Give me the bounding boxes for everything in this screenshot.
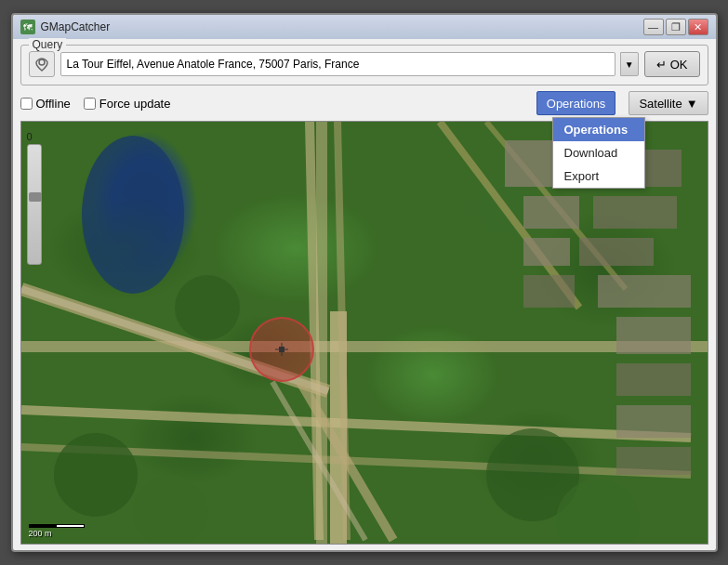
ok-arrow-icon: ↵: [656, 58, 667, 72]
search-input[interactable]: [60, 52, 615, 76]
svg-rect-18: [523, 275, 575, 308]
svg-point-23: [82, 136, 184, 294]
svg-line-6: [338, 122, 347, 540]
main-content: Query ▼ ↵ OK Offline: [13, 39, 716, 550]
svg-line-5: [310, 122, 319, 540]
svg-point-0: [39, 59, 45, 65]
svg-rect-17: [598, 275, 691, 308]
svg-rect-15: [523, 238, 570, 266]
app-icon: 🗺: [20, 20, 35, 34]
zoom-level: 0: [27, 131, 42, 142]
zoom-control: 0: [27, 131, 42, 265]
svg-rect-14: [593, 196, 677, 229]
close-button[interactable]: ✕: [688, 19, 708, 35]
force-update-label: Force update: [99, 97, 171, 111]
svg-rect-22: [616, 447, 691, 475]
satellite-arrow-icon: ▼: [686, 97, 698, 111]
scale-line: [29, 524, 85, 528]
zoom-handle[interactable]: [29, 192, 42, 202]
scale-label: 200 m: [29, 529, 85, 538]
svg-point-25: [133, 475, 207, 544]
offline-label: Offline: [36, 97, 71, 111]
svg-line-3: [21, 410, 691, 438]
offline-checkbox[interactable]: [20, 98, 33, 110]
location-marker[interactable]: [249, 317, 314, 382]
operations-dropdown-menu: Operations Download Export: [552, 117, 645, 189]
force-update-checkbox-label[interactable]: Force update: [84, 97, 171, 111]
scale-bar: 200 m: [29, 524, 85, 538]
query-group: Query ▼ ↵ OK: [20, 45, 708, 85]
svg-rect-19: [616, 317, 691, 354]
app-window: 🗺 GMapCatcher — ❐ ✕ Query ▼: [11, 13, 718, 552]
app-title: GMapCatcher: [41, 20, 111, 33]
ok-button[interactable]: ↵ OK: [644, 51, 700, 77]
satellite-label: Satellite: [639, 97, 682, 111]
ok-label: OK: [670, 58, 688, 72]
restore-button[interactable]: ❐: [666, 19, 686, 35]
svg-rect-13: [523, 196, 579, 229]
search-dropdown-arrow[interactable]: ▼: [620, 52, 639, 76]
location-icon[interactable]: [29, 51, 55, 77]
offline-checkbox-label[interactable]: Offline: [20, 97, 71, 111]
download-menu-item[interactable]: Download: [553, 141, 644, 164]
zoom-slider[interactable]: [27, 144, 42, 265]
query-row: ▼ ↵ OK: [29, 51, 700, 77]
window-controls: — ❐ ✕: [643, 19, 708, 35]
minimize-button[interactable]: —: [643, 19, 664, 35]
marker-center: [279, 347, 285, 352]
operations-menu-header[interactable]: Operations: [553, 118, 644, 141]
export-menu-item[interactable]: Export: [553, 164, 644, 188]
titlebar: 🗺 GMapCatcher — ❐ ✕: [13, 15, 716, 39]
svg-rect-20: [616, 363, 691, 396]
svg-rect-21: [616, 405, 691, 438]
satellite-button[interactable]: Satellite ▼: [629, 91, 708, 115]
query-legend: Query: [29, 38, 67, 51]
svg-point-28: [175, 275, 240, 340]
svg-rect-16: [579, 238, 654, 266]
operations-button[interactable]: Operations: [536, 91, 616, 115]
toolbar-row: Offline Force update Operations Satellit…: [20, 91, 708, 115]
titlebar-left: 🗺 GMapCatcher: [20, 20, 111, 34]
force-update-checkbox[interactable]: [84, 98, 96, 110]
svg-point-24: [54, 433, 138, 517]
